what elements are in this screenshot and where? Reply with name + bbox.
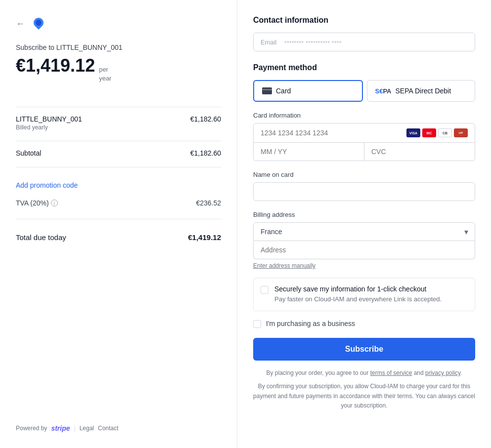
stripe-logo: stripe — [51, 424, 70, 432]
footer: Powered by stripe | Legal Contact — [16, 408, 221, 432]
product-name: LITTLE_BUNNY_001 — [16, 115, 82, 123]
divider-1 — [16, 107, 221, 107]
mastercard-logo: MC — [422, 128, 436, 137]
save-info-subtitle: Pay faster on Cloud-IAM and everywhere L… — [274, 295, 442, 304]
total-row: Total due today €1,419.12 — [16, 233, 221, 242]
brand-logo-icon — [31, 16, 46, 32]
enter-address-manually-link[interactable]: Enter address manually — [253, 262, 315, 269]
subtotal-label: Subtotal — [16, 149, 41, 157]
card-number-input[interactable] — [261, 129, 406, 137]
tax-info-icon[interactable]: i — [51, 200, 58, 206]
subtotal-row: Subtotal €1,182.60 — [16, 149, 221, 157]
legal-text-prefix: By placing your order, you agree to our — [266, 369, 368, 376]
contact-link[interactable]: Contact — [98, 425, 118, 432]
business-row: I'm purchasing as a business — [253, 319, 475, 328]
footer-separator: | — [74, 425, 76, 432]
price-row: €1,419.12 per year — [16, 55, 221, 83]
legal-text: By placing your order, you agree to our … — [253, 368, 475, 378]
expiry-input[interactable] — [254, 143, 364, 161]
billing-address-label: Billing address — [253, 211, 475, 218]
save-info-checkbox[interactable] — [261, 286, 268, 294]
payment-section-title: Payment method — [253, 63, 475, 72]
divider-2 — [16, 141, 221, 141]
business-label: I'm purchasing as a business — [266, 320, 355, 327]
save-info-content: Securely save my information for 1-click… — [274, 285, 442, 304]
tab-card[interactable]: Card — [253, 80, 363, 102]
price-main: €1,419.12 — [16, 55, 95, 76]
sepa-icon: S€PA — [375, 87, 392, 95]
country-select-wrapper: France ▾ — [253, 222, 475, 241]
tax-label-text: TVA (20%) — [16, 199, 49, 207]
powered-by-text: Powered by — [16, 425, 47, 432]
product-amount: €1,182.60 — [190, 115, 221, 123]
card-logos: VISA MC CB UP — [406, 128, 468, 137]
left-panel: ← Subscribe to LITTLE_BUNNY_001 €1,419.1… — [0, 0, 237, 448]
subscribe-title: Subscribe to LITTLE_BUNNY_001 — [16, 43, 221, 51]
payment-tabs: Card S€PA SEPA Direct Debit — [253, 80, 475, 102]
business-checkbox[interactable] — [253, 320, 261, 328]
email-value: •••••••• •••••••••• •••• — [284, 38, 342, 46]
divider-4 — [16, 219, 221, 219]
header-nav: ← — [16, 16, 221, 32]
divider-3 — [16, 167, 221, 167]
total-label: Total due today — [16, 233, 66, 242]
cvc-input[interactable] — [364, 143, 475, 161]
email-field-container[interactable]: Email •••••••• •••••••••• •••• — [253, 33, 475, 51]
cb-logo: CB — [438, 128, 452, 137]
tab-sepa[interactable]: S€PA SEPA Direct Debit — [367, 80, 476, 102]
privacy-link[interactable]: privacy policy — [425, 369, 460, 376]
back-button[interactable]: ← — [16, 19, 25, 29]
price-period: per year — [99, 65, 111, 83]
name-on-card-section: Name on card — [253, 171, 475, 201]
billing-frequency: Billed yearly — [16, 124, 82, 131]
svg-rect-0 — [262, 87, 272, 94]
save-info-title: Securely save my information for 1-click… — [274, 285, 442, 293]
email-label: Email — [261, 39, 280, 46]
svg-rect-1 — [262, 89, 272, 90]
tax-label: TVA (20%) i — [16, 199, 58, 207]
billing-section: Billing address France ▾ Enter address m… — [253, 211, 475, 270]
total-value: €1,419.12 — [188, 233, 221, 242]
card-icon — [262, 87, 272, 94]
name-on-card-label: Name on card — [253, 171, 475, 178]
card-number-row: VISA MC CB UP — [253, 123, 475, 143]
sepa-tab-label: SEPA Direct Debit — [396, 87, 451, 95]
unionpay-logo: UP — [454, 128, 468, 137]
country-select[interactable]: France — [253, 222, 475, 241]
card-info-title: Card information — [253, 112, 475, 119]
subscribe-button[interactable]: Subscribe — [253, 338, 475, 361]
legal-and: and — [414, 369, 424, 376]
confirm-text: By confirming your subscription, you all… — [253, 382, 475, 410]
legal-link[interactable]: Legal — [80, 425, 94, 432]
tax-row: TVA (20%) i €236.52 — [16, 199, 221, 207]
contact-section-title: Contact information — [253, 16, 475, 25]
card-tab-label: Card — [276, 87, 291, 95]
add-promo-link[interactable]: Add promotion code — [16, 181, 221, 189]
product-line-item: LITTLE_BUNNY_001 Billed yearly €1,182.60 — [16, 115, 221, 131]
right-panel: Contact information Email •••••••• •••••… — [237, 0, 491, 448]
subtotal-value: €1,182.60 — [190, 149, 221, 157]
tax-value: €236.52 — [196, 199, 221, 207]
visa-logo: VISA — [406, 128, 420, 137]
save-info-box: Securely save my information for 1-click… — [253, 278, 475, 311]
name-on-card-input[interactable] — [253, 182, 475, 201]
address-input[interactable] — [253, 241, 475, 259]
expiry-cvc-row — [253, 143, 475, 161]
terms-link[interactable]: terms of service — [370, 369, 412, 376]
